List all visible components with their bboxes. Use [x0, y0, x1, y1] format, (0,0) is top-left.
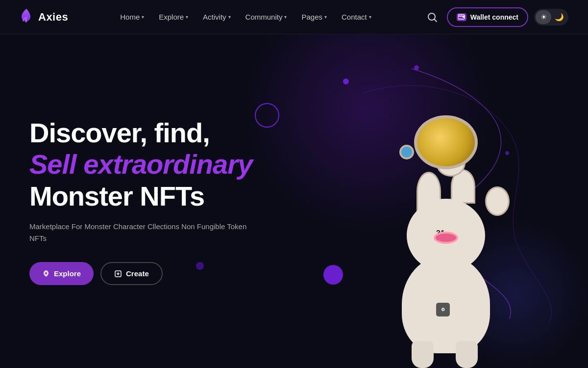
char-face: [426, 229, 466, 259]
char-leg-right: [456, 341, 478, 368]
chevron-down-icon: ▾: [284, 14, 287, 20]
char-ear-blue: [399, 145, 414, 159]
header-right: Wallet connect ☀ 🌙: [423, 7, 568, 27]
chevron-down-icon: ▾: [142, 14, 144, 20]
theme-toggle: ☀ 🌙: [534, 9, 568, 26]
chevron-down-icon: ▾: [228, 14, 231, 20]
nav-community[interactable]: Community ▾: [240, 9, 293, 25]
svg-point-7: [45, 272, 47, 274]
hero-cta-buttons: Explore Create: [29, 262, 255, 285]
character-container: 31 ⚙: [343, 113, 549, 368]
main-nav: Home ▾ Explore ▾ Activity ▾ Community ▾ …: [114, 9, 377, 25]
decorative-circle-outline: [255, 103, 279, 128]
nav-contact[interactable]: Contact ▾: [336, 9, 377, 25]
logo-label: Axies: [38, 11, 68, 24]
chevron-down-icon: ▾: [369, 14, 371, 20]
chevron-down-icon: ▾: [324, 14, 327, 20]
search-button[interactable]: [423, 8, 441, 26]
hero-section: Discover, find, Sell extraordinary Monst…: [0, 34, 588, 368]
dark-mode-button[interactable]: 🌙: [551, 10, 567, 24]
site-header: Axies Home ▾ Explore ▾ Activity ▾ Commun…: [0, 0, 588, 34]
create-icon: [114, 270, 122, 278]
nav-activity[interactable]: Activity ▾: [197, 9, 237, 25]
decorative-dot-2: [323, 265, 343, 285]
svg-line-1: [434, 19, 437, 22]
nav-explore[interactable]: Explore ▾: [153, 9, 194, 25]
nav-pages[interactable]: Pages ▾: [295, 9, 333, 25]
face-donut: [434, 232, 458, 244]
hero-content: Discover, find, Sell extraordinary Monst…: [0, 117, 255, 285]
explore-button[interactable]: Explore: [29, 262, 94, 285]
nav-home[interactable]: Home ▾: [114, 9, 150, 25]
wallet-icon: [457, 13, 466, 21]
hero-title: Discover, find, Sell extraordinary Monst…: [29, 117, 255, 212]
logo[interactable]: Axies: [20, 9, 68, 26]
light-mode-button[interactable]: ☀: [536, 10, 551, 24]
create-button[interactable]: Create: [100, 262, 163, 285]
svg-point-5: [414, 65, 419, 70]
char-body-badge: ⚙: [436, 303, 450, 316]
char-egg-right: [485, 186, 510, 216]
chevron-down-icon: ▾: [186, 14, 188, 20]
wallet-connect-button[interactable]: Wallet connect: [447, 7, 528, 27]
nft-character: 31 ⚙: [343, 113, 549, 368]
hero-subtitle: Marketplace For Monster Character Cllect…: [29, 221, 255, 244]
rocket-icon: [42, 270, 50, 278]
search-icon: [427, 12, 437, 22]
char-visor: [414, 115, 478, 169]
char-leg-left: [412, 341, 434, 368]
decorative-dot-1: [343, 79, 349, 84]
flame-icon: [20, 9, 33, 26]
